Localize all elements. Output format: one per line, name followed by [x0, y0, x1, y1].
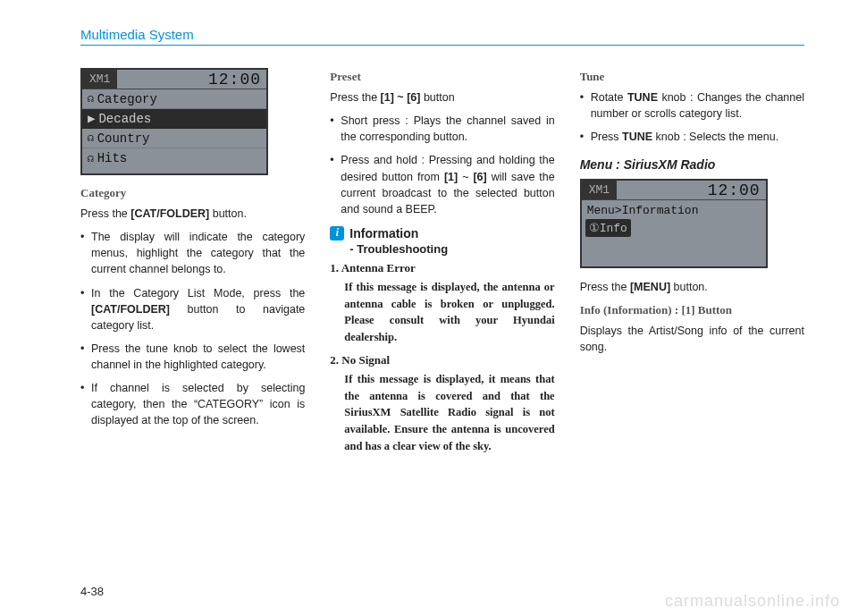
menu-info-item: ①Info — [585, 219, 631, 237]
page-header: Multimedia System — [80, 27, 804, 46]
subhead-category: Category — [80, 186, 305, 200]
antenna-icon: ☊ — [88, 153, 94, 165]
header-title: Multimedia System — [80, 27, 804, 42]
info-icon: i — [330, 226, 344, 240]
list-item: If channel is selected by selecting cate… — [80, 380, 305, 428]
header-divider — [80, 45, 804, 46]
radio-row-label: Country — [97, 131, 150, 146]
list-item: Press the tune knob to select the lowest… — [80, 341, 305, 373]
watermark: carmanualsonline.info — [665, 592, 840, 611]
radio-band: XM1 — [582, 181, 617, 199]
info-subtitle: - Troubleshooting — [349, 242, 554, 256]
menu-breadcrumb: Menu>Information — [585, 202, 762, 219]
list-item: Press and hold : Pressing and holding th… — [330, 152, 554, 217]
column-2: Preset Press the [1] ~ [6] button Short … — [330, 68, 554, 462]
subhead-tune: Tune — [580, 70, 804, 84]
category-bullets: The display will indicate the category m… — [80, 229, 305, 428]
preset-intro: Press the [1] ~ [6] button — [330, 89, 554, 105]
page-number: 4-38 — [80, 585, 104, 598]
list-item: Short press : Plays the channel saved in… — [330, 113, 554, 145]
info-title: Information — [349, 226, 418, 240]
list-item: 2. No Signal If this message is displaye… — [330, 353, 554, 455]
list-item: 1. Antenna Error If this message is disp… — [330, 261, 554, 346]
radio-screen-category: XM1 12:00 ☊ Category ▶ Decades ☊ Country — [80, 68, 305, 175]
section-title-menu: Menu : SiriusXM Radio — [580, 157, 804, 172]
radio-clock: 12:00 — [708, 181, 766, 199]
list-item: Rotate TUNE knob : Changes the channel n… — [580, 89, 804, 122]
subhead-info-button: Info (Information) : [1] Button — [580, 303, 804, 317]
radio-row-category: ☊ Category — [82, 89, 266, 109]
radio-clock: 12:00 — [208, 71, 266, 89]
radio-row-label: Decades — [98, 112, 151, 126]
list-item: The display will indicate the category m… — [80, 229, 305, 277]
preset-bullets: Short press : Plays the channel saved in… — [330, 113, 554, 217]
tune-bullets: Rotate TUNE knob : Changes the channel n… — [580, 89, 804, 145]
radio-row-country: ☊ Country — [82, 129, 266, 148]
troubleshoot-list: 1. Antenna Error If this message is disp… — [330, 261, 554, 455]
radio-screen-menu: XM1 12:00 Menu>Information ①Info — [580, 179, 804, 268]
content-columns: XM1 12:00 ☊ Category ▶ Decades ☊ Country — [80, 68, 804, 462]
menu-press-text: Press the [MENU] button. — [580, 279, 804, 295]
radio-topbar: XM1 12:00 — [582, 181, 766, 200]
info-header: i Information — [330, 226, 554, 240]
category-intro: Press the [CAT/FOLDER] button. — [80, 206, 305, 222]
list-item: Press TUNE knob : Selects the menu. — [580, 129, 804, 145]
antenna-icon: ☊ — [88, 132, 94, 144]
column-1: XM1 12:00 ☊ Category ▶ Decades ☊ Country — [80, 68, 305, 462]
radio-row-hits: ☊ Hits — [82, 148, 266, 168]
radio-row-decades: ▶ Decades — [82, 109, 266, 129]
info-body-text: Displays the Artist/Song info of the cur… — [580, 323, 804, 355]
play-icon: ▶ — [88, 111, 95, 126]
radio-topbar: XM1 12:00 — [82, 70, 266, 89]
radio-row-label: Hits — [97, 151, 128, 165]
antenna-icon: ☊ — [88, 93, 94, 105]
subhead-preset: Preset — [330, 70, 554, 84]
radio-band: XM1 — [82, 70, 117, 89]
column-3: Tune Rotate TUNE knob : Changes the chan… — [580, 68, 804, 462]
list-item: In the Category List Mode, press the [CA… — [80, 285, 305, 333]
radio-row-label: Category — [97, 92, 157, 106]
